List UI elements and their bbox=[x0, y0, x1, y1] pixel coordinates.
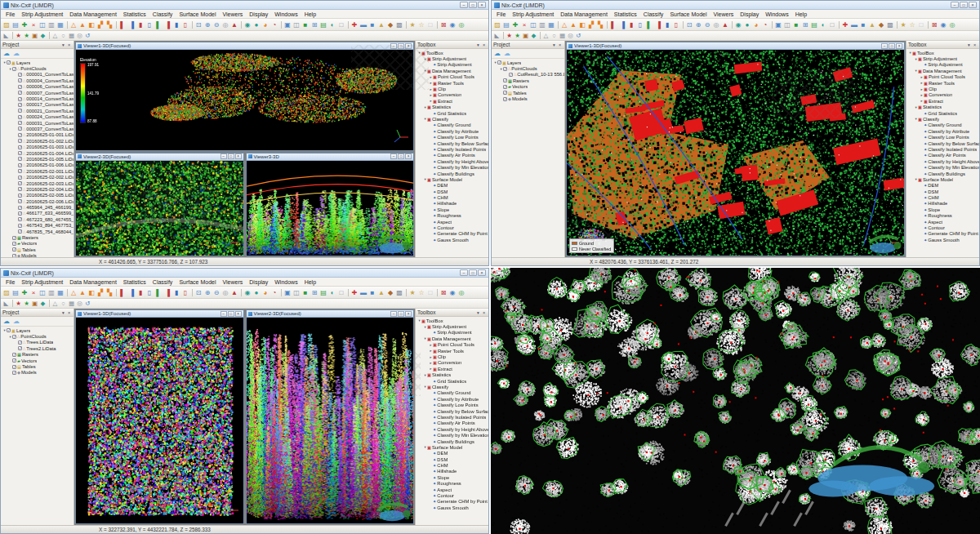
toolbar-icon[interactable]: ✚ bbox=[511, 20, 519, 29]
tree-item[interactable]: ✦CHM bbox=[906, 194, 979, 200]
tree-item[interactable]: ▾▣Statistics bbox=[416, 372, 488, 378]
layer-checkbox[interactable]: ✓ bbox=[18, 78, 22, 82]
toolbar-icon[interactable]: ▲ bbox=[230, 20, 238, 29]
tree-item[interactable]: ✦Classify Buildings bbox=[416, 171, 488, 176]
toolbar-icon[interactable]: △ bbox=[51, 32, 59, 40]
tree-item[interactable]: ✓∴20160625-02-003.LiData bbox=[1, 180, 74, 186]
menu-item[interactable]: Windows bbox=[271, 279, 301, 285]
toolbar-icon[interactable]: ▬ bbox=[359, 20, 368, 29]
toolbar-icon[interactable]: △ bbox=[69, 288, 78, 297]
toolbar-icon[interactable]: ⊞ bbox=[310, 20, 318, 29]
tree-item[interactable]: ✦Classify Air Points bbox=[416, 153, 488, 158]
toolbar-icon[interactable]: ▮ bbox=[172, 20, 180, 29]
toolbar-icon[interactable]: ▦ bbox=[56, 20, 65, 29]
toolbar-icon[interactable]: ▣ bbox=[283, 20, 292, 29]
viewer-window-button[interactable]: × bbox=[235, 311, 242, 317]
tree-item[interactable]: ✓∴000014_ConvertToLas.LiData bbox=[1, 96, 74, 101]
layer-checkbox[interactable]: ✓ bbox=[18, 211, 22, 216]
menu-item[interactable]: Viewers bbox=[220, 279, 247, 285]
toolbar-icon[interactable]: ○ bbox=[60, 32, 67, 40]
menu-item[interactable]: Strip Adjustment bbox=[18, 11, 66, 17]
tree-item[interactable]: ✦Classify by Attribute bbox=[416, 128, 488, 134]
menu-item[interactable]: Surface Model bbox=[666, 11, 710, 17]
dock-button[interactable]: × bbox=[972, 42, 978, 47]
tree-item[interactable]: ▾▣Statistics bbox=[416, 105, 488, 110]
tree-item[interactable]: ✦Strip Adjustment bbox=[416, 62, 488, 68]
viewer-window-button[interactable]: – bbox=[390, 154, 397, 159]
toolbar-icon[interactable]: ◔ bbox=[270, 288, 278, 297]
toolbar-icon[interactable]: ▬ bbox=[359, 288, 368, 297]
toolbar-icon[interactable]: ▤ bbox=[810, 20, 818, 29]
tree-item[interactable]: ✦Classify Ground bbox=[906, 122, 979, 128]
tree-item[interactable]: ✦DEM bbox=[416, 183, 488, 189]
toolbar-icon[interactable]: ⊠ bbox=[930, 20, 938, 29]
toolbar-icon[interactable]: ☁ bbox=[12, 50, 20, 58]
tree-item[interactable]: ✦CHM bbox=[416, 462, 488, 468]
toolbar-icon[interactable]: ▣ bbox=[31, 32, 38, 40]
tree-item[interactable]: ✦Classify by Attribute bbox=[906, 128, 979, 134]
tree-item[interactable]: ✦DEM bbox=[906, 183, 979, 189]
menu-item[interactable]: Classify bbox=[149, 279, 176, 285]
tree-item[interactable]: ▸▣Conversion bbox=[416, 92, 488, 98]
tree-item[interactable]: ✦Gauss Smooth bbox=[416, 505, 488, 510]
layer-checkbox[interactable]: ✓ bbox=[18, 217, 22, 221]
toolbar-icon[interactable]: △ bbox=[51, 300, 59, 308]
tree-item[interactable]: ✓▦Rasters bbox=[492, 78, 564, 83]
toolbar-icon[interactable]: ▮ bbox=[627, 20, 635, 29]
viewer-window-button[interactable]: □ bbox=[228, 154, 234, 159]
toolbar-icon[interactable]: ◫ bbox=[529, 20, 537, 29]
tree-item[interactable]: ▸▣Conversion bbox=[906, 92, 979, 98]
window-button[interactable]: – bbox=[460, 269, 468, 276]
tree-item[interactable]: ▸▣Raster Tools bbox=[416, 348, 488, 354]
tree-item[interactable]: ✦Roughness bbox=[906, 213, 979, 219]
toolbar-icon[interactable]: ▞ bbox=[96, 288, 105, 297]
layer-checkbox[interactable]: ✓ bbox=[18, 194, 22, 198]
tree-item[interactable]: ✦Grid Statistics bbox=[906, 110, 979, 116]
toolbar-icon[interactable]: ↺ bbox=[575, 32, 582, 40]
toolbar-icon[interactable]: △ bbox=[542, 32, 550, 40]
tree-item[interactable]: ✦DEM bbox=[416, 451, 488, 456]
toolbar-icon[interactable]: ◕ bbox=[261, 288, 270, 297]
tree-item[interactable]: ✦Classify by Min Elevation bbox=[416, 164, 488, 170]
toolbar-icon[interactable]: ● bbox=[252, 20, 261, 29]
toolbar-icon[interactable]: ▮ bbox=[663, 20, 671, 29]
tree-item[interactable]: ✓∴20160625-02-001.LiData bbox=[1, 168, 74, 174]
toolbar-icon[interactable]: ◫ bbox=[292, 20, 301, 29]
layer-checkbox[interactable]: ✓ bbox=[18, 103, 22, 107]
toolbar-icon[interactable]: ■ bbox=[368, 288, 376, 297]
toolbar-icon[interactable]: ▌ bbox=[645, 20, 653, 29]
toolbar-icon[interactable]: ⊠ bbox=[439, 20, 448, 29]
tree-item[interactable]: ▾▣Strip Adjustment bbox=[416, 323, 488, 329]
toolbar-icon[interactable]: ▐ bbox=[127, 288, 136, 297]
menu-item[interactable]: Surface Model bbox=[176, 11, 219, 17]
toolbar-icon[interactable]: ↺ bbox=[84, 300, 91, 308]
tree-item[interactable]: ▾▣Data Management bbox=[416, 68, 488, 73]
toolbar-icon[interactable]: ■ bbox=[859, 20, 867, 29]
viewer-titlebar[interactable]: Viewer1-3D(Focused)–□× bbox=[567, 42, 904, 50]
toolbar-icon[interactable]: ▯ bbox=[181, 288, 189, 297]
toolbar-icon[interactable]: ◉ bbox=[734, 20, 742, 29]
toolbar-icon[interactable]: △ bbox=[560, 20, 568, 29]
toolbar-icon[interactable]: ☁ bbox=[493, 50, 501, 58]
tree-item[interactable]: ▸▣Raster Tools bbox=[906, 80, 979, 86]
toolbar-icon[interactable]: ▐ bbox=[618, 20, 626, 29]
menu-item[interactable]: Help bbox=[301, 11, 319, 17]
project-panel-header[interactable]: Project ▾× bbox=[1, 41, 74, 49]
tree-item[interactable]: ✓∴000007_ConvertToLas.LiData bbox=[1, 90, 74, 96]
toolbar-icon[interactable]: ☁ bbox=[12, 318, 20, 326]
tree-item[interactable]: ✓∴000037_ConvertToLas.LiData bbox=[1, 126, 74, 131]
tree-item[interactable]: ✦Strip Adjustment bbox=[416, 330, 488, 336]
tree-item[interactable]: ▾▣Surface Model bbox=[906, 176, 979, 182]
tree-item[interactable]: ✓∴20160625-02-002.LiData bbox=[1, 174, 74, 180]
tree-item[interactable]: ▸▣Clip bbox=[906, 86, 979, 91]
toolbar-icon[interactable]: ☆ bbox=[908, 20, 916, 29]
tree-item[interactable]: ✦Generate CHM by Point Clou... bbox=[906, 231, 979, 237]
toolbar-icon[interactable]: □ bbox=[337, 20, 345, 29]
layer-checkbox[interactable]: ✓ bbox=[18, 229, 22, 234]
layer-checkbox[interactable]: ✓ bbox=[12, 365, 16, 369]
viewer-window-button[interactable]: × bbox=[405, 311, 412, 317]
layer-checkbox[interactable]: ✓ bbox=[18, 121, 22, 125]
tree-item[interactable]: ✦Classify Buildings bbox=[906, 171, 979, 176]
tree-item[interactable]: ✦Classify by Min Elevation bbox=[416, 432, 488, 438]
tree-item[interactable]: ▾✓▣Layers bbox=[1, 60, 74, 65]
